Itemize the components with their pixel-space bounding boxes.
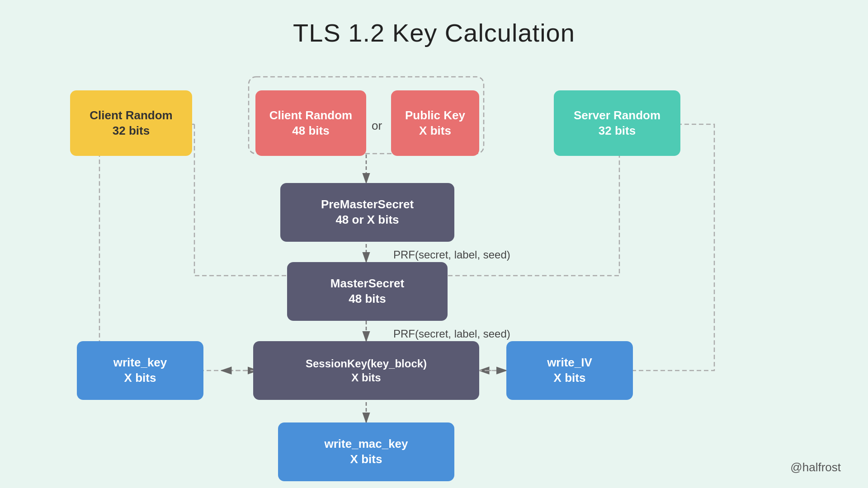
write-key-line1: write_key bbox=[113, 355, 167, 371]
pre-master-secret-box: PreMasterSecret 48 or X bits bbox=[280, 183, 454, 242]
write-mac-key-box: write_mac_key X bits bbox=[278, 422, 454, 481]
client-random-yellow-box: Client Random 32 bits bbox=[70, 90, 192, 156]
write-mac-key-line2: X bits bbox=[324, 452, 408, 467]
pre-master-secret-line1: PreMasterSecret bbox=[321, 197, 414, 212]
public-key-box: Public Key X bits bbox=[391, 90, 479, 156]
page-title: TLS 1.2 Key Calculation bbox=[0, 0, 868, 47]
write-iv-line1: write_IV bbox=[547, 355, 592, 371]
master-secret-line2: 48 bits bbox=[330, 291, 404, 307]
server-random-box: Server Random 32 bits bbox=[554, 90, 680, 156]
write-iv-line2: X bits bbox=[547, 371, 592, 386]
session-key-line2: X bits bbox=[306, 371, 427, 385]
client-random-pink-box: Client Random 48 bits bbox=[255, 90, 366, 156]
write-iv-box: write_IV X bits bbox=[506, 341, 633, 400]
write-key-line2: X bits bbox=[113, 371, 167, 386]
write-key-box: write_key X bits bbox=[77, 341, 203, 400]
master-secret-line1: MasterSecret bbox=[330, 276, 404, 291]
attribution: @halfrost bbox=[790, 460, 841, 474]
client-random-pink-line2: 48 bits bbox=[269, 123, 352, 139]
prf-label-2: PRF(secret, label, seed) bbox=[393, 328, 510, 340]
or-label: or bbox=[372, 119, 382, 133]
master-secret-box: MasterSecret 48 bits bbox=[287, 262, 448, 321]
server-random-line2: 32 bits bbox=[574, 123, 660, 139]
public-key-line2: X bits bbox=[405, 123, 465, 139]
server-random-line1: Server Random bbox=[574, 108, 660, 123]
client-random-pink-line1: Client Random bbox=[269, 108, 352, 123]
client-random-yellow-line2: 32 bits bbox=[90, 123, 172, 139]
diagram-container: Client Random 32 bits Client Random 48 b… bbox=[0, 54, 868, 488]
pre-master-secret-line2: 48 or X bits bbox=[321, 212, 414, 228]
public-key-line1: Public Key bbox=[405, 108, 465, 123]
prf-label-1: PRF(secret, label, seed) bbox=[393, 249, 510, 261]
session-key-line1: SessionKey(key_block) bbox=[306, 357, 427, 371]
write-mac-key-line1: write_mac_key bbox=[324, 436, 408, 452]
session-key-box: SessionKey(key_block) X bits bbox=[253, 341, 479, 400]
client-random-yellow-line1: Client Random bbox=[90, 108, 172, 123]
